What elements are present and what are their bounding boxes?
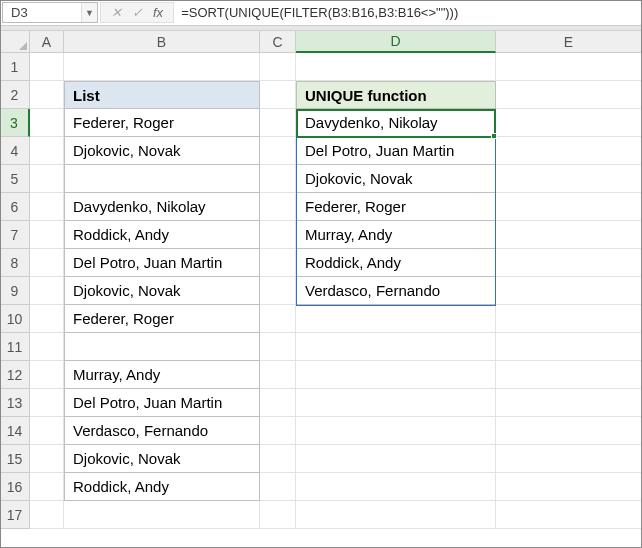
list-cell[interactable]: Roddick, Andy — [64, 221, 260, 249]
unique-cell[interactable]: Roddick, Andy — [296, 249, 496, 277]
row-header[interactable]: 17 — [0, 501, 30, 529]
cell[interactable] — [30, 277, 64, 305]
cell[interactable] — [260, 501, 296, 529]
cell[interactable] — [260, 277, 296, 305]
cell[interactable] — [30, 417, 64, 445]
col-header-D[interactable]: D — [296, 31, 496, 53]
list-cell[interactable]: Federer, Roger — [64, 109, 260, 137]
list-cell[interactable]: Davydenko, Nikolay — [64, 193, 260, 221]
row-header[interactable]: 10 — [0, 305, 30, 333]
cell[interactable] — [260, 165, 296, 193]
confirm-icon[interactable]: ✓ — [132, 6, 143, 19]
cell[interactable] — [260, 333, 296, 361]
cell[interactable] — [496, 277, 642, 305]
cell[interactable] — [496, 193, 642, 221]
select-all-corner[interactable] — [0, 31, 30, 53]
cell[interactable] — [296, 333, 496, 361]
cell[interactable] — [64, 53, 260, 81]
row-header[interactable]: 6 — [0, 193, 30, 221]
cell[interactable] — [296, 389, 496, 417]
cell[interactable] — [496, 221, 642, 249]
cell[interactable] — [296, 53, 496, 81]
cell[interactable] — [30, 165, 64, 193]
cell[interactable] — [496, 473, 642, 501]
cell[interactable] — [496, 165, 642, 193]
row-header[interactable]: 2 — [0, 81, 30, 109]
cell[interactable] — [30, 249, 64, 277]
cell[interactable] — [260, 417, 296, 445]
unique-cell[interactable]: Davydenko, Nikolay — [296, 109, 496, 137]
row-header[interactable]: 3 — [0, 109, 30, 137]
cell[interactable] — [496, 501, 642, 529]
cell[interactable] — [496, 389, 642, 417]
cell[interactable] — [496, 109, 642, 137]
name-box[interactable]: D3 ▼ — [2, 2, 98, 23]
cell[interactable] — [30, 53, 64, 81]
unique-cell[interactable]: Del Potro, Juan Martin — [296, 137, 496, 165]
list-cell[interactable]: Djokovic, Novak — [64, 445, 260, 473]
formula-bar-input[interactable]: =SORT(UNIQUE(FILTER(B3:B16,B3:B16<>""))) — [174, 2, 640, 23]
cell[interactable] — [296, 501, 496, 529]
unique-cell[interactable]: Federer, Roger — [296, 193, 496, 221]
row-header[interactable]: 13 — [0, 389, 30, 417]
cell[interactable] — [296, 445, 496, 473]
cell[interactable] — [260, 137, 296, 165]
cell[interactable] — [496, 249, 642, 277]
row-header[interactable]: 15 — [0, 445, 30, 473]
cell[interactable] — [30, 333, 64, 361]
unique-cell[interactable]: Djokovic, Novak — [296, 165, 496, 193]
row-header[interactable]: 14 — [0, 417, 30, 445]
cell[interactable] — [260, 109, 296, 137]
cancel-icon[interactable]: ✕ — [111, 6, 122, 19]
list-cell[interactable] — [64, 165, 260, 193]
cell[interactable] — [296, 305, 496, 333]
cell[interactable] — [296, 473, 496, 501]
col-header-C[interactable]: C — [260, 31, 296, 53]
cell[interactable] — [496, 53, 642, 81]
unique-cell[interactable]: Verdasco, Fernando — [296, 277, 496, 305]
cell[interactable] — [30, 193, 64, 221]
col-header-B[interactable]: B — [64, 31, 260, 53]
cell[interactable] — [496, 445, 642, 473]
row-header[interactable]: 4 — [0, 137, 30, 165]
unique-cell[interactable]: Murray, Andy — [296, 221, 496, 249]
name-box-dropdown-icon[interactable]: ▼ — [81, 3, 97, 22]
row-header[interactable]: 7 — [0, 221, 30, 249]
list-cell[interactable] — [64, 333, 260, 361]
cell[interactable] — [260, 473, 296, 501]
row-header[interactable]: 11 — [0, 333, 30, 361]
list-header-cell[interactable]: List — [64, 81, 260, 109]
cell[interactable] — [30, 473, 64, 501]
list-cell[interactable]: Djokovic, Novak — [64, 277, 260, 305]
cell[interactable] — [30, 109, 64, 137]
cell[interactable] — [260, 53, 296, 81]
cell[interactable] — [496, 305, 642, 333]
cell[interactable] — [30, 501, 64, 529]
list-cell[interactable]: Djokovic, Novak — [64, 137, 260, 165]
list-cell[interactable]: Federer, Roger — [64, 305, 260, 333]
col-header-A[interactable]: A — [30, 31, 64, 53]
cell[interactable] — [260, 221, 296, 249]
cell[interactable] — [260, 361, 296, 389]
list-cell[interactable]: Del Potro, Juan Martin — [64, 389, 260, 417]
row-header[interactable]: 8 — [0, 249, 30, 277]
cell[interactable] — [496, 137, 642, 165]
cell[interactable] — [30, 361, 64, 389]
cell[interactable] — [64, 501, 260, 529]
cell[interactable] — [496, 361, 642, 389]
row-header[interactable]: 5 — [0, 165, 30, 193]
cell[interactable] — [260, 445, 296, 473]
cell[interactable] — [30, 445, 64, 473]
cell[interactable] — [30, 81, 64, 109]
list-cell[interactable]: Roddick, Andy — [64, 473, 260, 501]
cell[interactable] — [296, 417, 496, 445]
fx-icon[interactable]: fx — [153, 6, 163, 19]
unique-header-cell[interactable]: UNIQUE function — [296, 81, 496, 109]
cell[interactable] — [296, 361, 496, 389]
cell[interactable] — [30, 305, 64, 333]
cell[interactable] — [260, 193, 296, 221]
row-header[interactable]: 1 — [0, 53, 30, 81]
col-header-E[interactable]: E — [496, 31, 642, 53]
list-cell[interactable]: Murray, Andy — [64, 361, 260, 389]
cell[interactable] — [30, 221, 64, 249]
